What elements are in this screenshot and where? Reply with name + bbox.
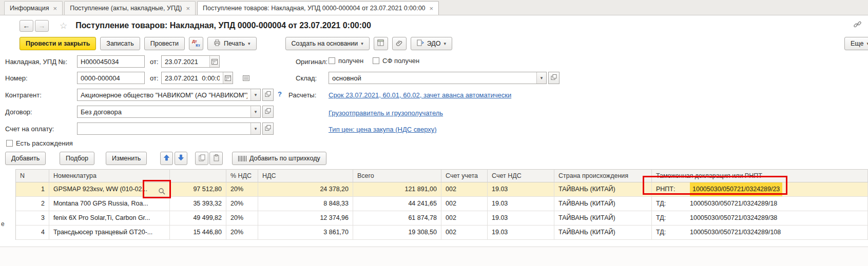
tab-information[interactable]: Информация ×	[4, 1, 63, 15]
pick-button[interactable]: Подбор	[60, 152, 94, 165]
cell-nomenclature[interactable]: GPSMAP 923xsv, WW (010-02...	[49, 182, 170, 197]
discrepancies-checkbox[interactable]: Есть расхождения	[6, 139, 73, 147]
favorite-star-icon[interactable]: ☆	[60, 21, 67, 31]
cell-vat[interactable]: 8 848,33	[258, 197, 353, 211]
payment-invoice-open-button[interactable]	[262, 122, 274, 135]
combo-dropdown-icon[interactable]: ▾	[250, 106, 260, 117]
cell-n[interactable]: 3	[16, 211, 49, 226]
col-header-vat-pct[interactable]: % НДС	[226, 169, 258, 182]
cell-sum[interactable]: 97 512,80	[170, 182, 226, 197]
edo-button[interactable]: ЭДО ▾	[411, 37, 452, 50]
document-number-field[interactable]	[77, 72, 145, 84]
cell-sum[interactable]: 49 499,82	[170, 211, 226, 226]
dt-kt-postings-button[interactable]: ДтКт	[189, 37, 203, 50]
document-date-field[interactable]	[161, 72, 233, 84]
invoice-date-field[interactable]	[161, 55, 220, 68]
magnifier-icon[interactable]	[158, 186, 165, 197]
sf-received-checkbox[interactable]: СФ получен	[373, 57, 419, 65]
declaration-number[interactable]: 10005030/050721/0324289/108	[690, 226, 781, 239]
cell-n[interactable]: 2	[16, 197, 49, 211]
contract-input[interactable]	[78, 106, 250, 117]
combo-dropdown-icon[interactable]: ▾	[250, 123, 260, 134]
cell-sum[interactable]: 15 446,80	[170, 226, 226, 240]
post-and-close-button[interactable]: Провести и закрыть	[20, 37, 96, 50]
cell-nomenclature[interactable]: Трансдьюсер транцевый GT20-...	[49, 226, 170, 240]
cell-vat[interactable]: 24 378,20	[258, 182, 353, 197]
cell-country[interactable]: ТАЙВАНЬ (КИТАЙ)	[554, 226, 652, 240]
tab-goods-receipt-document[interactable]: Поступление товаров: Накладная, УПД 0000…	[197, 1, 439, 15]
combo-dropdown-icon[interactable]: ▾	[250, 89, 260, 100]
cell-declaration[interactable]: РНПТ: 10005030/050721/0324289/23	[652, 182, 868, 197]
cell-vat-pct[interactable]: 20%	[226, 226, 258, 240]
journal-list-icon[interactable]	[240, 73, 252, 83]
add-by-barcode-button[interactable]: Добавить по штрихкоду	[232, 152, 326, 165]
col-header-vat-account[interactable]: Счет НДС	[488, 169, 554, 182]
table-row[interactable]: 4 Трансдьюсер транцевый GT20-... 15 446,…	[16, 226, 868, 240]
table-row[interactable]: 3 fenix 6X Pro Solar,Ti, Carbon Gr... 49…	[16, 211, 868, 226]
post-button[interactable]: Провести	[144, 37, 185, 50]
move-up-button[interactable]	[160, 152, 173, 165]
cell-country[interactable]: ТАЙВАНЬ (КИТАЙ)	[554, 197, 652, 211]
warehouse-combo[interactable]: ▾	[329, 72, 547, 84]
cell-account[interactable]: 002	[441, 182, 488, 197]
back-button[interactable]: ←	[20, 20, 33, 32]
save-button[interactable]: Записать	[100, 37, 140, 50]
cell-declaration[interactable]: ТД: 10005030/050721/0324289/38	[652, 211, 868, 226]
col-header-total[interactable]: Всего	[353, 169, 441, 182]
cell-total[interactable]: 61 874,78	[353, 211, 441, 226]
cell-declaration[interactable]: ТД: 10005030/050721/0324289/108	[652, 226, 868, 240]
cell-vat-account[interactable]: 19.03	[488, 211, 554, 226]
print-button[interactable]: Печать ▾	[207, 37, 256, 50]
cell-vat-pct[interactable]: 20%	[226, 182, 258, 197]
shipper-consignee-link[interactable]: Грузоотправитель и грузополучатель	[329, 109, 443, 117]
col-header-account[interactable]: Счет учета	[441, 169, 488, 182]
cell-vat-account[interactable]: 19.03	[488, 182, 554, 197]
contract-open-button[interactable]	[262, 106, 274, 118]
checkbox-box[interactable]	[373, 57, 379, 64]
counterparty-open-button[interactable]	[262, 89, 274, 101]
attachments-button[interactable]	[392, 37, 407, 50]
counterparty-input[interactable]	[78, 89, 250, 100]
cell-account[interactable]: 002	[441, 197, 488, 211]
tab-close-icon[interactable]: ×	[186, 5, 190, 12]
cell-declaration[interactable]: ТД: 10005030/050721/0324289/18	[652, 197, 868, 211]
edit-button[interactable]: Изменить	[106, 152, 147, 165]
cell-sum[interactable]: 35 393,32	[170, 197, 226, 211]
cell-nomenclature[interactable]: Montana 700 GPS Russia, Roa...	[49, 197, 170, 211]
cell-vat[interactable]: 12 374,96	[258, 211, 353, 226]
cell-total[interactable]: 44 241,65	[353, 197, 441, 211]
cell-total[interactable]: 121 891,00	[353, 182, 441, 197]
payment-invoice-combo[interactable]: ▾	[77, 122, 261, 135]
warehouse-input[interactable]	[329, 72, 536, 84]
payment-invoice-input[interactable]	[78, 123, 250, 134]
cell-vat-account[interactable]: 19.03	[488, 226, 554, 240]
col-header-vat[interactable]: НДС	[258, 169, 353, 182]
cell-n[interactable]: 4	[16, 226, 49, 240]
checkbox-box[interactable]	[6, 140, 13, 147]
more-actions-button[interactable]: Еще ▾	[844, 37, 868, 50]
document-number-input[interactable]	[78, 72, 144, 84]
cell-total[interactable]: 19 308,50	[353, 226, 441, 240]
price-type-link[interactable]: Тип цен: цена закупа (НДС сверху)	[329, 126, 437, 133]
checkbox-box[interactable]	[329, 57, 335, 64]
calendar-icon[interactable]	[223, 72, 233, 84]
warehouse-open-button[interactable]	[548, 72, 560, 84]
tab-close-icon[interactable]: ×	[430, 5, 434, 12]
declaration-number[interactable]: 10005030/050721/0324289/38	[690, 211, 777, 225]
invoice-date-input[interactable]	[162, 56, 209, 67]
cell-account[interactable]: 002	[441, 226, 488, 240]
invoice-number-field[interactable]	[77, 55, 145, 68]
counterparty-combo[interactable]: ▾	[77, 89, 261, 101]
combo-dropdown-icon[interactable]: ▾	[536, 72, 546, 84]
document-date-input[interactable]	[162, 72, 223, 84]
cell-nomenclature[interactable]: fenix 6X Pro Solar,Ti, Carbon Gr...	[49, 211, 170, 226]
col-header-nomenclature[interactable]: Номенклатура	[49, 169, 170, 182]
col-header-declaration[interactable]: Таможенная декларация или РНПТ	[652, 169, 868, 182]
settlements-link[interactable]: Срок 23.07.2021, 60.01, 60.02, зачет ава…	[329, 91, 511, 99]
copy-rows-button[interactable]	[195, 152, 208, 165]
col-header-sum[interactable]	[170, 169, 226, 182]
contract-combo[interactable]: ▾	[77, 106, 261, 118]
cell-country[interactable]: ТАЙВАНЬ (КИТАЙ)	[554, 211, 652, 226]
col-header-n[interactable]: N	[16, 169, 49, 182]
related-documents-button[interactable]	[374, 37, 388, 50]
